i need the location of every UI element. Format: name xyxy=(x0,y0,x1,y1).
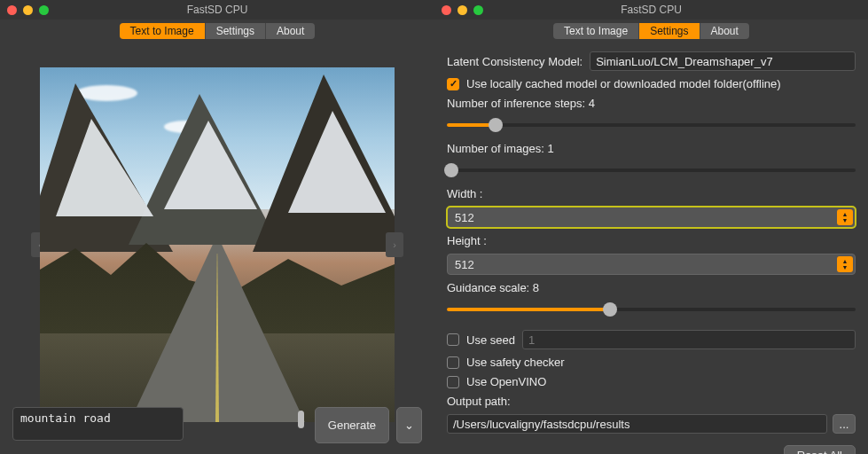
settings-form: Latent Consistency Model: Use locally ca… xyxy=(447,46,856,454)
slider-thumb-icon[interactable] xyxy=(603,302,617,317)
tab-settings[interactable]: Settings xyxy=(639,23,700,39)
chevron-right-icon: › xyxy=(393,239,396,250)
seed-input[interactable] xyxy=(522,330,856,349)
steps-label: Number of inference steps: 4 xyxy=(447,97,856,110)
images-slider[interactable] xyxy=(447,163,856,177)
minimize-icon[interactable] xyxy=(23,5,33,15)
model-row: Latent Consistency Model: xyxy=(447,51,856,71)
cache-checkbox[interactable] xyxy=(447,78,459,90)
scrollbar[interactable] xyxy=(298,411,304,428)
traffic-lights xyxy=(442,5,483,15)
tab-about[interactable]: About xyxy=(700,23,749,39)
seed-label: Use seed xyxy=(466,333,515,347)
left-body: ‹ › Generate ⌄ xyxy=(0,39,434,454)
safety-row: Use safety checker xyxy=(447,356,856,369)
image-frame: ‹ › xyxy=(31,59,403,431)
safety-label: Use safety checker xyxy=(466,356,565,369)
right-window: FastSD CPU Text to Image Settings About … xyxy=(434,0,868,454)
openvino-label: Use OpenVINO xyxy=(466,375,546,388)
seed-checkbox[interactable] xyxy=(447,333,459,346)
width-label: Width : xyxy=(447,187,856,200)
close-icon[interactable] xyxy=(442,5,451,15)
titlebar-left: FastSD CPU xyxy=(0,0,434,20)
close-icon[interactable] xyxy=(7,5,17,15)
guidance-label: Guidance scale: 8 xyxy=(447,281,856,294)
openvino-row: Use OpenVINO xyxy=(447,375,856,388)
slider-thumb-icon[interactable] xyxy=(489,118,503,132)
cache-row: Use locally cached model or downloaded m… xyxy=(447,77,856,90)
stepper-arrows-icon[interactable]: ▲▼ xyxy=(837,209,853,225)
width-select[interactable]: 512 ▲▼ xyxy=(447,207,856,228)
generated-image xyxy=(40,67,395,422)
titlebar-right: FastSD CPU xyxy=(434,0,868,20)
tab-text-to-image[interactable]: Text to Image xyxy=(553,23,639,39)
output-path-input[interactable] xyxy=(447,414,827,434)
tab-text-to-image[interactable]: Text to Image xyxy=(120,23,206,39)
fullscreen-icon[interactable] xyxy=(473,5,483,15)
browse-button[interactable]: ... xyxy=(833,414,856,434)
height-value: 512 xyxy=(455,258,474,271)
height-label: Height : xyxy=(447,234,856,247)
generate-button[interactable]: Generate xyxy=(315,407,389,443)
prompt-input[interactable] xyxy=(12,407,184,441)
tab-settings[interactable]: Settings xyxy=(206,23,266,39)
traffic-lights xyxy=(7,5,49,15)
window-title: FastSD CPU xyxy=(434,4,868,16)
tabbar-left: Text to Image Settings About xyxy=(0,20,434,39)
cache-label: Use locally cached model or downloaded m… xyxy=(466,77,781,90)
height-select[interactable]: 512 ▲▼ xyxy=(447,254,856,275)
generate-more-button[interactable]: ⌄ xyxy=(396,407,422,443)
guidance-slider[interactable] xyxy=(447,302,856,317)
steps-slider[interactable] xyxy=(447,118,856,132)
width-value: 512 xyxy=(455,211,474,224)
output-path-row: ... xyxy=(447,414,856,434)
right-body: Latent Consistency Model: Use locally ca… xyxy=(434,39,868,454)
prompt-container xyxy=(12,407,308,443)
slider-thumb-icon[interactable] xyxy=(444,163,458,177)
tab-about[interactable]: About xyxy=(266,23,315,39)
stepper-arrows-icon[interactable]: ▲▼ xyxy=(837,256,853,272)
ellipsis-icon: ... xyxy=(840,418,849,431)
window-title: FastSD CPU xyxy=(0,4,434,16)
openvino-checkbox[interactable] xyxy=(447,376,459,388)
model-input[interactable] xyxy=(590,51,856,71)
minimize-icon[interactable] xyxy=(457,5,467,15)
left-window: FastSD CPU Text to Image Settings About … xyxy=(0,0,434,454)
tabbar-right: Text to Image Settings About xyxy=(434,20,868,39)
images-label: Number of images: 1 xyxy=(447,142,856,155)
safety-checkbox[interactable] xyxy=(447,356,459,369)
model-label: Latent Consistency Model: xyxy=(447,55,583,68)
reset-row: Reset All xyxy=(447,445,856,454)
reset-all-button[interactable]: Reset All xyxy=(784,445,856,454)
prompt-row: Generate ⌄ xyxy=(12,407,422,443)
fullscreen-icon[interactable] xyxy=(39,5,49,15)
next-image-button[interactable]: › xyxy=(386,232,403,257)
output-label: Output path: xyxy=(447,395,856,408)
seed-row: Use seed xyxy=(447,330,856,349)
